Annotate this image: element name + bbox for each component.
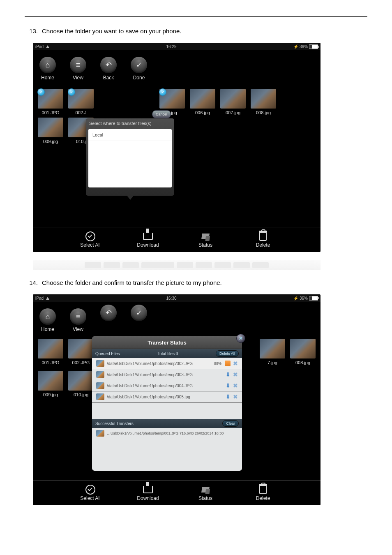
battery-icon: [309, 296, 318, 301]
view-button[interactable]: ≡ View: [70, 308, 86, 332]
download-icon: [143, 233, 153, 240]
successful-header: Successful Transfers Clear: [92, 419, 242, 428]
download-row-icon[interactable]: ⬇: [226, 382, 231, 389]
home-icon: ⌂: [39, 57, 56, 73]
select-all-icon: [85, 485, 95, 495]
file-thumb-icon: [96, 360, 104, 367]
popover-title: Select where to transfer files(s): [86, 118, 174, 127]
back-button[interactable]: ↶ Back: [100, 57, 117, 81]
download-row-icon[interactable]: ⬇: [226, 371, 231, 378]
queue-row: /data/UsbDisk1/Volume1/photos/temp/005.j…: [92, 391, 242, 402]
keyboard-ghost: [33, 260, 321, 270]
delete-button[interactable]: Delete: [234, 485, 292, 501]
ipad-status-bar: iPad 16:29 ⚡ 36%: [33, 43, 321, 50]
thumb-010[interactable]: 010.jpg: [68, 371, 94, 397]
battery-percent: 36%: [300, 296, 308, 301]
thumb-002[interactable]: ✓002.J: [68, 89, 94, 115]
ipad-status-bar: iPad 16:30 ⚡ 36%: [33, 294, 321, 302]
bottom-toolbar: Select All Download Status Delete: [33, 480, 321, 505]
download-icon: [143, 486, 153, 493]
cancel-row-icon[interactable]: ✖: [233, 382, 238, 389]
thumb-001[interactable]: 001.JPG: [38, 339, 63, 365]
download-button[interactable]: Download: [119, 485, 177, 501]
step-14-text: Choose the folder and confirm to transfe…: [42, 278, 222, 287]
device-label: iPad: [35, 44, 44, 49]
delete-button[interactable]: Delete: [234, 232, 292, 248]
file-thumb-icon: [96, 393, 104, 400]
done-button[interactable]: ✓ Done: [131, 57, 147, 81]
download-button[interactable]: Download: [119, 232, 177, 248]
cancel-row-icon[interactable]: ✖: [233, 360, 238, 367]
trash-icon: [259, 232, 267, 241]
list-icon: ≡: [70, 308, 86, 325]
check-icon: ✓: [131, 305, 147, 321]
selected-tick-icon: ✓: [159, 88, 166, 96]
top-toolbar: ⌂ Home ≡ View ↶ . ✓ .: [33, 302, 321, 336]
cancel-button[interactable]: Cancel: [152, 110, 171, 118]
thumb-009[interactable]: 009.jpg: [38, 118, 63, 144]
download-row-icon[interactable]: ⬇: [226, 393, 231, 400]
popover-item-local[interactable]: Local: [88, 129, 172, 141]
queue-row: /data/UsbDisk1/Volume1/photos/temp/004.J…: [92, 380, 242, 391]
thumb-001[interactable]: ✓001.JPG: [38, 89, 63, 115]
top-rule: [25, 16, 367, 17]
transfer-destination-popover: Select where to transfer files(s) Local: [86, 118, 174, 196]
done-button[interactable]: ✓ .: [131, 305, 147, 328]
select-all-button[interactable]: Select All: [62, 232, 119, 248]
status-button[interactable]: Status: [177, 232, 234, 248]
home-icon: ⌂: [39, 308, 56, 325]
screenshot-1: iPad 16:29 ⚡ 36% ⌂ Home ≡ View ↶ Back: [33, 43, 321, 252]
cancel-row-icon[interactable]: ✖: [233, 371, 238, 378]
battery-percent: 36%: [300, 44, 308, 49]
bottom-toolbar: Select All Download Status Delete: [33, 227, 321, 252]
file-thumb-icon: [96, 430, 104, 437]
step-13-text: Choose the folder you want to save on yo…: [42, 27, 181, 35]
queued-header: Queued Files Total files:3 Delete All: [92, 349, 242, 358]
view-button[interactable]: ≡ View: [70, 57, 86, 81]
select-all-icon: [85, 231, 95, 241]
thumb-row-2: 009.jpg 010.j: [33, 117, 321, 146]
battery-icon: [309, 44, 318, 49]
step-13-num: 13.: [25, 27, 42, 35]
thumb-008[interactable]: 008.jpg: [251, 89, 276, 115]
queue-row: /data/UsbDisk1/Volume1/photos/temp/003.J…: [92, 369, 242, 380]
home-button[interactable]: ⌂ Home: [39, 57, 56, 81]
thumb-009[interactable]: 009.jpg: [38, 371, 63, 397]
cancel-row-icon[interactable]: ✖: [233, 393, 238, 400]
step-13: 13. Choose the folder you want to save o…: [25, 27, 367, 35]
panel-title: Transfer Status: [148, 340, 187, 346]
status-time: 16:30: [166, 296, 176, 301]
thumb-002[interactable]: 002.JPG: [68, 339, 94, 365]
home-button[interactable]: ⌂ Home: [39, 308, 56, 332]
step-14-num: 14.: [25, 278, 42, 287]
step-14: 14. Choose the folder and confirm to tra…: [25, 278, 367, 287]
file-thumb-icon: [96, 371, 104, 378]
thumb-row-1: ✓001.JPG ✓002.J ✓5.jpg 006.jpg 007.jpg 0…: [33, 85, 321, 117]
thumb-007[interactable]: 7.jpg: [260, 339, 285, 365]
wifi-icon: [46, 297, 49, 300]
wifi-icon: [46, 45, 49, 48]
device-label: iPad: [35, 296, 44, 301]
close-icon[interactable]: ✕: [236, 334, 245, 343]
thumb-008[interactable]: 008.jpg: [290, 339, 316, 365]
file-thumb-icon: [96, 382, 104, 389]
trash-icon: [259, 485, 267, 494]
popover-list: Local: [88, 129, 172, 187]
queue-row: /data/UsbDisk1/Volume1/photos/temp/002.J…: [92, 358, 242, 369]
back-icon: ↶: [100, 57, 117, 73]
back-button[interactable]: ↶ .: [100, 305, 117, 328]
thumb-007[interactable]: 007.jpg: [220, 89, 246, 115]
select-all-button[interactable]: Select All: [62, 485, 119, 501]
back-icon: ↶: [100, 305, 117, 321]
list-icon: ≡: [70, 57, 86, 73]
selected-tick-icon: ✓: [68, 88, 75, 96]
success-row: …UsbDisk1/Volume1/photos/temp/001.JPG 71…: [92, 428, 242, 439]
status-icon: [201, 234, 210, 239]
clear-button[interactable]: Clear: [222, 420, 239, 427]
selected-tick-icon: ✓: [37, 88, 45, 96]
status-time: 16:29: [166, 44, 176, 49]
status-button[interactable]: Status: [177, 485, 234, 501]
thumb-006[interactable]: 006.jpg: [190, 89, 215, 115]
progress-icon: [225, 361, 231, 366]
delete-all-button[interactable]: Delete All: [216, 350, 239, 357]
